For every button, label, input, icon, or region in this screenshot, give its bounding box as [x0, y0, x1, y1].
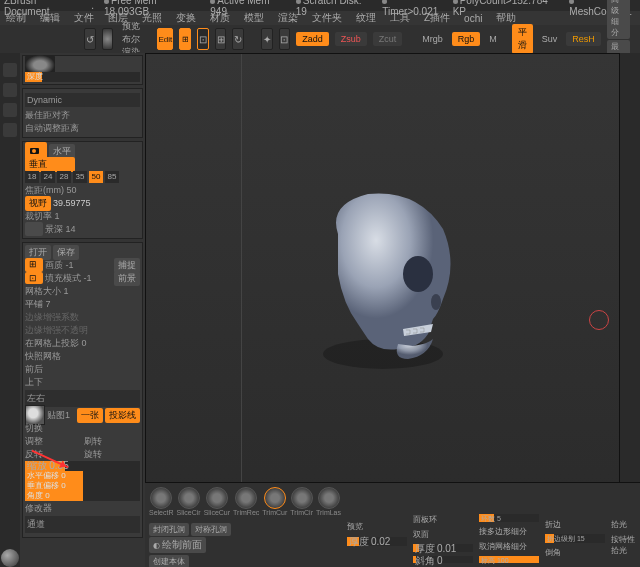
menu-zplugin[interactable]: Z插件 — [424, 11, 450, 25]
menu-help[interactable]: 帮助 — [496, 11, 516, 25]
preview-btn[interactable]: 预览 — [347, 521, 363, 532]
rgb-pill[interactable]: Rgb — [452, 32, 481, 46]
gizmo-icon[interactable]: ✦ — [261, 28, 273, 50]
brush-trimlas[interactable] — [318, 487, 340, 509]
nav-ring[interactable] — [589, 310, 609, 330]
thick-slider[interactable]: 厚度 0.02 — [347, 537, 407, 546]
move-button[interactable]: ⊡ — [197, 28, 209, 50]
auto-adjust-toggle[interactable]: 自动调整距离 — [25, 122, 140, 135]
edge-btn[interactable]: 对称孔洞 — [191, 523, 231, 536]
flat-pill[interactable]: 平滑 — [512, 24, 533, 54]
zsub-pill[interactable]: Zsub — [335, 32, 367, 46]
menu-file[interactable]: 文件 — [74, 11, 94, 25]
draw-button[interactable]: ⊞ — [179, 28, 191, 50]
menu-folder[interactable]: 文件夹 — [312, 11, 342, 25]
suv-toggle[interactable]: Suv — [542, 34, 558, 44]
smooth-brush-icon[interactable] — [1, 549, 19, 567]
m-toggle[interactable]: M — [489, 34, 497, 44]
channel-header[interactable]: 通道 — [25, 516, 140, 533]
fov-button[interactable]: 视野 — [25, 196, 51, 211]
menu-model[interactable]: 模型 — [244, 11, 264, 25]
menu-draw[interactable]: 绘制 — [6, 11, 26, 25]
brush-slicecir[interactable] — [178, 487, 200, 509]
updown[interactable]: 上下 — [25, 376, 140, 389]
focal-24[interactable]: 24 — [41, 171, 55, 183]
slope-slider[interactable]: 斜角 0 — [413, 556, 473, 563]
menu-edit[interactable]: 编辑 — [40, 11, 60, 25]
create-btn[interactable]: 创建本体 — [149, 555, 189, 568]
menu-render[interactable]: 渲染 — [278, 11, 298, 25]
edgeloop-btn[interactable]: 接多边形细分 — [479, 526, 539, 537]
scale-slider[interactable]: 缩放 0.35 — [25, 461, 140, 471]
front-button[interactable]: 前景 — [114, 271, 140, 286]
proj-label: 在网格上投影 0 — [25, 337, 140, 350]
focal-28[interactable]: 28 — [57, 171, 71, 183]
zadd-pill[interactable]: Zadd — [296, 32, 329, 46]
menu-ochi[interactable]: ochi — [464, 13, 482, 24]
brush-trimcir[interactable] — [291, 487, 313, 509]
brush-trimcur[interactable] — [264, 487, 286, 509]
brush-selectr[interactable] — [150, 487, 172, 509]
invert-row[interactable]: 反转 — [25, 448, 82, 461]
rail-icon[interactable] — [3, 83, 17, 97]
brush-slicecur[interactable] — [206, 487, 228, 509]
menu-tool[interactable]: 工具 — [390, 11, 410, 25]
hi-slider[interactable]: 标高 100 — [479, 556, 539, 563]
fov-value: 39.59775 — [53, 198, 91, 208]
focal-50[interactable]: 50 — [89, 171, 103, 183]
dynamic-header[interactable]: Dynamic — [25, 93, 140, 107]
sphere-icon[interactable] — [102, 28, 114, 50]
edit-button[interactable]: Edit — [157, 28, 173, 50]
modifier-label[interactable]: 修改器 — [25, 502, 140, 515]
projline-button[interactable]: 投影线 — [105, 408, 140, 423]
double-btn[interactable]: 双面 — [413, 529, 473, 540]
rotate-row[interactable]: 旋转 — [84, 448, 141, 461]
vshift-slider[interactable]: 垂直偏移 0 — [25, 481, 140, 491]
drawfront-btn[interactable]: ◐ 绘制前面 — [149, 537, 206, 553]
foldlevel-slider[interactable]: 折边级别 15 — [545, 534, 605, 543]
scale-button[interactable]: ⊞ — [215, 28, 227, 50]
rail-icon[interactable] — [3, 103, 17, 117]
front-back[interactable]: 前后 — [25, 363, 140, 376]
menu-material[interactable]: 材质 — [210, 11, 230, 25]
zcut-pill[interactable]: Zcut — [373, 32, 403, 46]
rail-icon[interactable] — [3, 63, 17, 77]
switch-row[interactable]: 切换 — [25, 422, 140, 435]
focal-35[interactable]: 35 — [73, 171, 87, 183]
vert-button[interactable]: 垂直 — [25, 157, 75, 172]
lo-btn[interactable]: 倒角 — [545, 547, 605, 558]
special-btn[interactable]: 按特性拾光 — [611, 534, 636, 556]
dof-icon[interactable] — [25, 222, 43, 236]
tile-icon[interactable]: ⊡ — [25, 272, 43, 284]
menu-transform[interactable]: 变换 — [176, 11, 196, 25]
ring-slider[interactable]: 环数 5 — [479, 514, 539, 521]
rotate-button[interactable]: ↻ — [232, 28, 244, 50]
res-max-button[interactable]: 最高级细分 — [607, 0, 630, 39]
menu-texture[interactable]: 纹理 — [356, 11, 376, 25]
depth-label: 景深 14 — [45, 223, 140, 236]
depth-slider[interactable]: 深度 — [25, 72, 140, 82]
cancel-btn[interactable]: 取消网格细分 — [479, 541, 539, 552]
quickgrid-label[interactable]: 快照网格 — [25, 350, 140, 363]
hshift-slider[interactable]: 水平偏移 0 — [25, 471, 140, 481]
mrgb-toggle[interactable]: Mrgb — [422, 34, 443, 44]
mask-btn[interactable]: 封闭孔洞 — [149, 523, 189, 536]
grid-icon[interactable]: ⊞ — [25, 258, 43, 272]
frame-icon[interactable]: ⊡ — [279, 28, 291, 50]
bevel-slider[interactable]: 厚度 0.01 — [413, 544, 473, 551]
fold-btn[interactable]: 折边 — [545, 519, 605, 530]
map-label: 贴图1 — [47, 409, 75, 422]
pick-btn[interactable]: 拾光 — [611, 519, 636, 530]
brush-trimrec[interactable] — [235, 487, 257, 509]
flip-row[interactable]: 刷转 — [84, 435, 141, 448]
angle-slider[interactable]: 角度 0 — [25, 491, 140, 501]
focal-18[interactable]: 18 — [25, 171, 39, 183]
panel-btn[interactable]: 面板环 — [413, 514, 473, 525]
once-button[interactable]: 一张 — [77, 408, 103, 423]
history-icon[interactable]: ↺ — [84, 28, 96, 50]
focal-85[interactable]: 85 — [105, 171, 119, 183]
adjust-row[interactable]: 调整 — [25, 435, 82, 448]
res-hi[interactable]: ResH — [566, 32, 601, 46]
save-button[interactable]: 保存 — [53, 245, 79, 260]
rail-icon[interactable] — [3, 123, 17, 137]
